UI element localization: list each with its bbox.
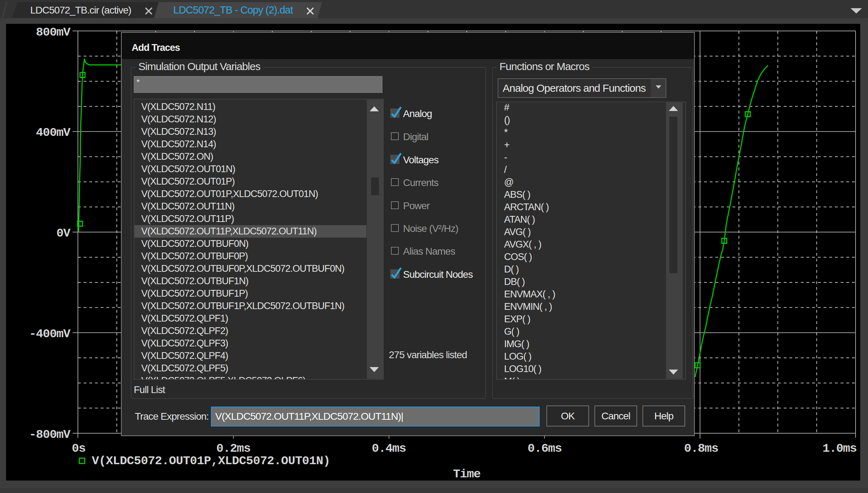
svg-text:1.0ms: 1.0ms	[822, 442, 857, 455]
svg-text:0.8ms: 0.8ms	[684, 442, 718, 455]
svg-text:400mV: 400mV	[36, 126, 71, 139]
svg-text:Time: Time	[453, 467, 481, 481]
svg-text:0V: 0V	[57, 227, 71, 240]
svg-text:0.6ms: 0.6ms	[528, 442, 562, 455]
svg-text:800mV: 800mV	[36, 26, 71, 39]
svg-text:0.4ms: 0.4ms	[372, 442, 406, 455]
svg-text:0.2ms: 0.2ms	[216, 442, 250, 455]
svg-text:0s: 0s	[72, 442, 85, 455]
svg-text:V(XLDC5072.OUT01P,XLDC5072.OUT: V(XLDC5072.OUT01P,XLDC5072.OUT01N)	[92, 454, 330, 468]
svg-text:-400mV: -400mV	[29, 327, 71, 341]
svg-text:-800mV: -800mV	[29, 428, 71, 441]
